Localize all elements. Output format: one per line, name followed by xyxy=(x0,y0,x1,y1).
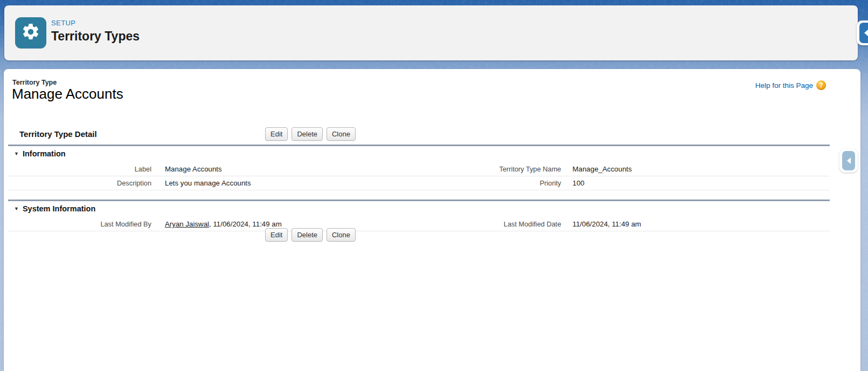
clone-button-bottom[interactable]: Clone xyxy=(327,228,356,242)
help-link[interactable]: Help for this Page xyxy=(755,81,813,90)
section-header-system-information: ▼System Information xyxy=(8,201,830,217)
chevron-left-icon xyxy=(859,23,868,43)
last-modified-by-link[interactable]: Aryan Jaiswal xyxy=(165,220,209,228)
field-value-territory-type-name: Manage_Accounts xyxy=(573,164,632,174)
field-label-last-modified-by: Last Modified By xyxy=(8,219,151,229)
field-label-description: Description xyxy=(8,178,151,188)
section-header-information: ▼Information xyxy=(8,146,830,162)
edit-button[interactable]: Edit xyxy=(265,127,288,141)
delete-button-bottom[interactable]: Delete xyxy=(291,228,323,242)
field-label-label: Label xyxy=(8,164,151,174)
field-row: Description Lets you manage Accounts Pri… xyxy=(8,176,830,190)
field-value-last-modified-date: 11/06/2024, 11:49 am xyxy=(573,219,641,229)
setup-title: Territory Types xyxy=(51,29,140,44)
edit-button-bottom[interactable]: Edit xyxy=(265,228,288,242)
sidebar-collapse-toggle[interactable] xyxy=(839,149,858,173)
action-buttons-top: Edit Delete Clone xyxy=(265,127,359,141)
clone-button[interactable]: Clone xyxy=(327,127,356,141)
action-buttons-bottom: Edit Delete Clone xyxy=(265,228,359,242)
setup-eyebrow: SETUP xyxy=(51,19,75,27)
field-value-description: Lets you manage Accounts xyxy=(165,178,251,188)
section-title-information: Information xyxy=(23,149,66,158)
help-question-icon[interactable]: ? xyxy=(816,80,826,90)
collapse-triangle-icon[interactable]: ▼ xyxy=(14,206,19,211)
field-label-territory-type-name: Territory Type Name xyxy=(419,164,561,174)
chevron-left-icon xyxy=(842,151,855,170)
section-title-system-information: System Information xyxy=(23,204,95,213)
content-card: Territory Type Manage Accounts Help for … xyxy=(4,69,860,371)
collapse-triangle-icon[interactable]: ▼ xyxy=(14,151,19,156)
detail-sections: ▼Information Label Manage Accounts Terri… xyxy=(8,145,830,231)
field-value-label: Manage Accounts xyxy=(165,164,222,174)
field-value-priority: 100 xyxy=(573,178,585,188)
field-label-priority: Priority xyxy=(419,178,561,188)
gear-icon xyxy=(21,22,40,44)
system-information-section: ▼System Information Last Modified By Ary… xyxy=(8,200,830,231)
header-collapse-toggle[interactable] xyxy=(857,20,868,45)
setup-tile xyxy=(15,17,46,49)
detail-panel-title: Territory Type Detail xyxy=(19,129,97,139)
delete-button[interactable]: Delete xyxy=(291,127,323,141)
setup-header-card: SETUP Territory Types xyxy=(4,5,858,60)
field-row: Label Manage Accounts Territory Type Nam… xyxy=(8,162,830,176)
last-modified-by-datetime: , 11/06/2024, 11:49 am xyxy=(209,220,282,228)
object-label: Territory Type xyxy=(12,79,57,86)
record-title: Manage Accounts xyxy=(12,86,123,102)
field-label-last-modified-date: Last Modified Date xyxy=(419,219,561,229)
help-row: Help for this Page ? xyxy=(755,80,826,90)
field-row: Last Modified By Aryan Jaiswal, 11/06/20… xyxy=(8,217,830,231)
field-value-last-modified-by: Aryan Jaiswal, 11/06/2024, 11:49 am xyxy=(165,219,282,229)
